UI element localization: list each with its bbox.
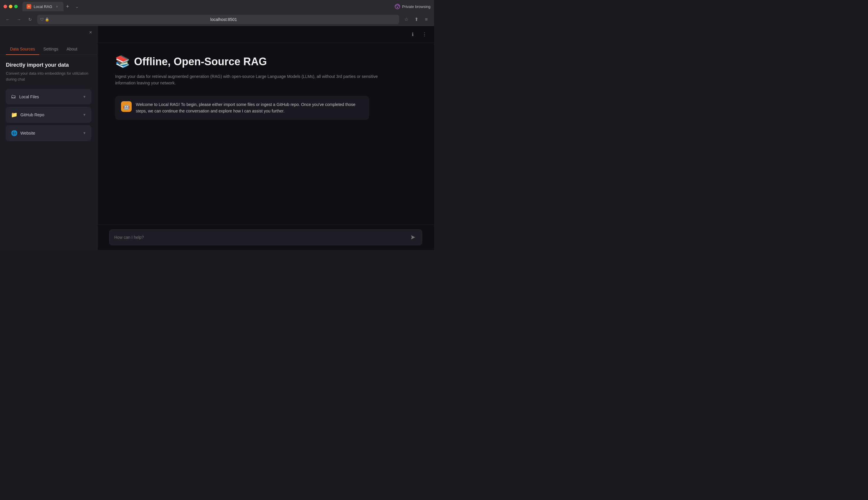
chat-input[interactable] xyxy=(114,235,406,240)
more-options-button[interactable]: ⋮ xyxy=(420,30,429,39)
private-browsing-icon xyxy=(394,3,401,10)
main-content: ℹ ⋮ 📚 Offline, Open-Source RAG Ingest yo… xyxy=(98,26,434,250)
forward-button[interactable]: → xyxy=(15,15,23,24)
tab-favicon: R xyxy=(26,4,31,9)
sidebar-subtitle: Convert your data into embeddings for ut… xyxy=(6,70,91,82)
sidebar-tabs: Data Sources Settings About xyxy=(0,26,97,55)
tab-about[interactable]: About xyxy=(62,44,81,55)
main-body: 📚 Offline, Open-Source RAG Ingest your d… xyxy=(98,43,434,224)
data-source-website[interactable]: 🌐 Website ▼ xyxy=(6,125,91,141)
back-button[interactable]: ← xyxy=(3,15,12,24)
github-repo-chevron-icon: ▼ xyxy=(83,113,86,117)
bot-avatar: 🤖 xyxy=(121,101,132,112)
browser-menu-button[interactable]: ≡ xyxy=(422,15,430,24)
private-browsing-indicator: Private browsing xyxy=(394,3,430,10)
tab-data-sources[interactable]: Data Sources xyxy=(6,44,39,55)
local-files-icon: 🗂 xyxy=(11,93,16,100)
maximize-window-button[interactable] xyxy=(14,5,18,8)
refresh-button[interactable]: ↻ xyxy=(26,15,34,24)
data-source-website-label: 🌐 Website xyxy=(11,130,35,136)
local-files-chevron-icon: ▼ xyxy=(83,95,86,99)
nav-right-icons: ☆ ⬆ ≡ xyxy=(402,15,430,24)
sidebar-body: Directly import your data Convert your d… xyxy=(0,55,97,250)
shield-icon: 🛡 xyxy=(40,18,44,22)
data-source-github-repo[interactable]: 📁 GitHub Repo ▼ xyxy=(6,107,91,123)
new-tab-button[interactable]: + xyxy=(64,2,72,11)
lock-icon: 🔒 xyxy=(45,18,49,22)
website-icon: 🌐 xyxy=(11,130,18,136)
address-bar[interactable]: 🛡 🔒 localhost:8501 xyxy=(37,15,399,24)
hero-description: Ingest your data for retrieval augmented… xyxy=(115,73,381,87)
title-bar: R Local RAG × + ⌄ Private browsing xyxy=(0,0,434,13)
main-toolbar: ℹ ⋮ xyxy=(98,26,434,43)
tab-dropdown-button[interactable]: ⌄ xyxy=(73,2,81,11)
private-browsing-label: Private browsing xyxy=(402,4,430,9)
sidebar-title: Directly import your data xyxy=(6,62,91,68)
welcome-message-text: Welcome to Local RAG! To begin, please e… xyxy=(136,101,363,114)
chat-input-bar xyxy=(98,224,434,250)
bookmark-button[interactable]: ☆ xyxy=(402,15,410,24)
browser-tab-local-rag[interactable]: R Local RAG × xyxy=(22,2,64,11)
navigation-bar: ← → ↻ 🛡 🔒 localhost:8501 ☆ ⬆ ≡ xyxy=(0,13,434,26)
minimize-window-button[interactable] xyxy=(9,5,12,8)
data-source-local-files[interactable]: 🗂 Local Files ▼ xyxy=(6,89,91,104)
website-chevron-icon: ▼ xyxy=(83,131,86,135)
info-button[interactable]: ℹ xyxy=(408,30,417,39)
chat-input-container xyxy=(109,229,422,245)
svg-point-1 xyxy=(397,7,398,8)
sidebar-close-button[interactable]: × xyxy=(87,29,94,36)
app-content: × Data Sources Settings About Directly i… xyxy=(0,26,434,250)
tab-bar: R Local RAG × + ⌄ xyxy=(22,2,392,11)
close-window-button[interactable] xyxy=(3,5,7,8)
address-url-text: localhost:8501 xyxy=(51,17,396,22)
send-button[interactable] xyxy=(409,233,417,241)
browser-chrome: R Local RAG × + ⌄ Private browsing ← → ↻ xyxy=(0,0,434,26)
data-source-github-repo-label: 📁 GitHub Repo xyxy=(11,112,44,118)
welcome-message: 🤖 Welcome to Local RAG! To begin, please… xyxy=(115,96,369,120)
tab-title: Local RAG xyxy=(34,4,52,9)
hero-emoji: 📚 xyxy=(115,55,130,68)
address-bar-security-icons: 🛡 🔒 xyxy=(40,18,49,22)
extensions-button[interactable]: ⬆ xyxy=(412,15,420,24)
close-tab-button[interactable]: × xyxy=(55,4,59,9)
data-source-local-files-label: 🗂 Local Files xyxy=(11,93,39,100)
tab-settings[interactable]: Settings xyxy=(39,44,63,55)
hero-title: 📚 Offline, Open-Source RAG xyxy=(115,55,416,68)
github-repo-icon: 📁 xyxy=(11,112,18,118)
sidebar: × Data Sources Settings About Directly i… xyxy=(0,26,98,250)
traffic-lights xyxy=(3,5,18,8)
